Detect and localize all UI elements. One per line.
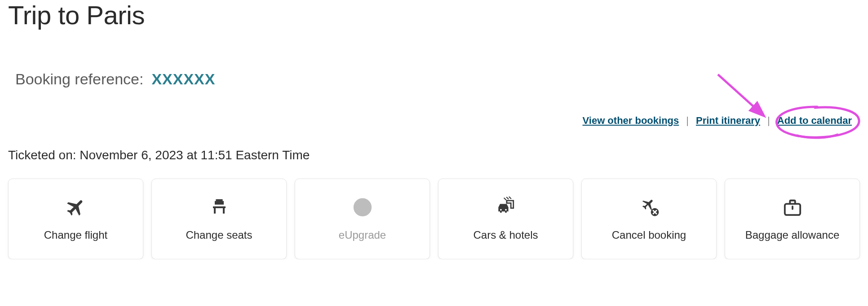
booking-reference-label: Booking reference: (15, 70, 143, 88)
eupgrade-tile[interactable]: eUpgrade (295, 179, 430, 259)
airplane-icon (65, 196, 87, 219)
change-seats-label: Change seats (186, 228, 252, 242)
page-title: Trip to Paris (8, 0, 860, 30)
seat-icon (208, 196, 230, 219)
view-other-bookings-link[interactable]: View other bookings (583, 115, 679, 127)
eupgrade-label: eUpgrade (339, 228, 386, 242)
booking-reference-value: XXXXXX (151, 70, 215, 88)
cancel-booking-tile[interactable]: Cancel booking (581, 179, 717, 259)
action-links-row: View other bookings | Print itinerary | … (8, 115, 860, 127)
svg-rect-2 (216, 199, 223, 201)
cancel-flight-icon (638, 196, 660, 219)
booking-reference-row: Booking reference: XXXXXX (8, 70, 860, 88)
cars-hotels-tile[interactable]: Cars & hotels (438, 179, 573, 259)
link-separator: | (767, 115, 770, 127)
upgrade-arrow-icon (353, 196, 372, 219)
action-tiles-row: Change flight Change seats eUpgrade (8, 179, 860, 259)
baggage-allowance-tile[interactable]: Baggage allowance (725, 179, 860, 259)
cars-hotels-label: Cars & hotels (473, 228, 538, 242)
ticketed-on-text: Ticketed on: November 6, 2023 at 11:51 E… (8, 148, 860, 162)
svg-point-5 (505, 209, 507, 211)
add-to-calendar-link[interactable]: Add to calendar (777, 115, 852, 127)
baggage-icon (782, 196, 803, 219)
change-flight-label: Change flight (44, 228, 107, 242)
svg-point-4 (500, 209, 502, 211)
change-seats-tile[interactable]: Change seats (151, 179, 287, 259)
print-itinerary-link[interactable]: Print itinerary (696, 115, 760, 127)
car-hotel-icon (494, 196, 518, 219)
baggage-allowance-label: Baggage allowance (745, 228, 840, 242)
change-flight-tile[interactable]: Change flight (8, 179, 143, 259)
cancel-booking-label: Cancel booking (612, 228, 686, 242)
link-separator: | (686, 115, 689, 127)
